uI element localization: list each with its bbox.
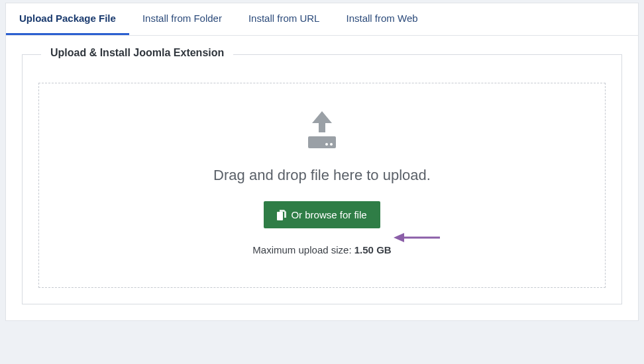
drag-drop-text: Drag and drop file here to upload. — [52, 167, 592, 184]
tab-upload-package-file[interactable]: Upload Package File — [6, 3, 129, 35]
tab-bar: Upload Package File Install from Folder … — [6, 3, 638, 36]
svg-point-2 — [330, 143, 333, 146]
tab-content: Upload & Install Joomla Extension Drag a… — [6, 36, 638, 320]
file-dropzone[interactable]: Drag and drop file here to upload. Or br… — [38, 83, 606, 288]
upload-icon — [300, 111, 344, 152]
tab-install-from-folder[interactable]: Install from Folder — [129, 3, 235, 35]
svg-point-1 — [325, 143, 328, 146]
tab-install-from-url[interactable]: Install from URL — [235, 3, 333, 35]
copy-icon — [277, 210, 286, 220]
upload-fieldset: Upload & Install Joomla Extension Drag a… — [22, 54, 622, 304]
browse-file-label: Or browse for file — [291, 209, 366, 220]
fieldset-legend: Upload & Install Joomla Extension — [41, 47, 233, 59]
svg-rect-3 — [277, 212, 283, 220]
browse-file-button[interactable]: Or browse for file — [264, 201, 380, 228]
install-panel: Upload Package File Install from Folder … — [5, 3, 639, 321]
svg-rect-0 — [308, 136, 336, 148]
tab-install-from-web[interactable]: Install from Web — [333, 3, 431, 35]
max-upload-size: Maximum upload size: 1.50 GB — [52, 244, 592, 255]
